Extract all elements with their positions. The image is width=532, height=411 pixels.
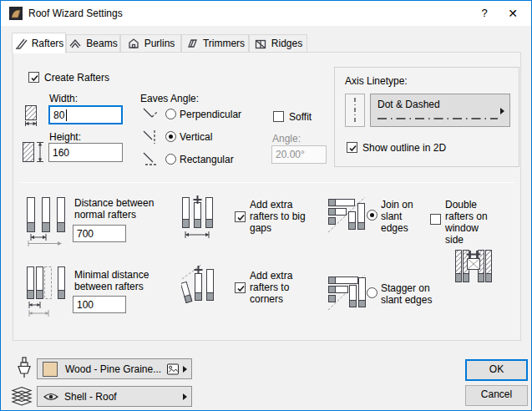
angle-input — [271, 145, 327, 164]
axis-linetype-label: Axis Linetype: — [345, 75, 408, 87]
eaves-perpendicular-radio[interactable] — [165, 109, 176, 119]
show-outline-label: Show outline in 2D — [362, 142, 446, 154]
tab-beams[interactable]: Beams — [66, 34, 120, 53]
ok-label: OK — [467, 361, 526, 378]
width-input[interactable] — [48, 105, 123, 124]
axis-line-preview-icon[interactable] — [345, 94, 365, 127]
big-gaps-checkbox[interactable] — [235, 211, 246, 222]
join-slant-label: Join on slant edges — [381, 199, 424, 234]
tab-label: Trimmers — [203, 38, 245, 49]
rafter-height-icon — [22, 141, 45, 164]
surface-material-value: Wood - Pine Graine... — [65, 363, 167, 375]
help-button[interactable]: ? — [471, 1, 498, 26]
join-slant-icon — [327, 196, 366, 233]
create-rafters-checkbox[interactable] — [28, 72, 39, 83]
tab-label: Ridges — [271, 38, 302, 49]
separator — [20, 182, 515, 183]
axis-linetype-value: Dot & Dashed — [377, 99, 440, 110]
axis-linetype-group: Axis Linetype: Dot & Dashed Show outline… — [334, 67, 519, 167]
width-label: Width: — [49, 93, 78, 104]
window-title: Roof Wizard Settings — [28, 8, 123, 19]
eaves-rectangular-label: Rectangular — [180, 154, 234, 165]
show-outline-checkbox[interactable] — [347, 142, 357, 153]
roof-wizard-dialog: Roof Wizard Settings ? ✕ Rafters Beams P… — [0, 0, 532, 411]
tab-ridges[interactable]: Ridges — [249, 34, 307, 53]
distance-normal-input[interactable] — [73, 225, 126, 242]
eaves-angle-label: Eaves Angle: — [140, 93, 199, 104]
stagger-slant-icon — [327, 274, 366, 311]
app-icon — [9, 7, 23, 20]
material-color-swatch — [43, 362, 58, 377]
layer-value: Shell - Roof — [64, 391, 183, 403]
tab-purlins[interactable]: Purlins — [120, 34, 181, 53]
eaves-vertical-label: Vertical — [180, 131, 212, 143]
eaves-rectangular-radio[interactable] — [165, 154, 176, 165]
trimmers-icon — [185, 37, 199, 50]
soffit-checkbox[interactable] — [273, 111, 284, 122]
rafters-tab-panel: Create Rafters Width: Height: Eaves Angl… — [13, 52, 521, 341]
tab-rafters[interactable]: Rafters — [12, 33, 66, 53]
surface-material-dropdown[interactable]: Wood - Pine Graine... — [37, 358, 192, 379]
tab-trimmers[interactable]: Trimmers — [181, 34, 249, 53]
extra-rafters-gaps-icon — [180, 195, 215, 241]
close-button[interactable]: ✕ — [499, 1, 526, 26]
double-rafters-checkbox[interactable] — [430, 214, 441, 225]
minimal-distance-input[interactable] — [73, 296, 126, 313]
layer-dropdown[interactable]: Shell - Roof — [37, 386, 192, 407]
ridges-icon — [254, 37, 267, 50]
dropdown-arrow-icon — [183, 393, 187, 400]
layer-stack-icon — [11, 385, 33, 407]
create-rafters-label: Create Rafters — [44, 72, 109, 84]
purlins-icon — [127, 37, 140, 50]
tab-label: Rafters — [32, 38, 64, 49]
big-gaps-label: Add extra rafters to big gaps — [250, 199, 322, 234]
dash-dot-line-preview — [377, 116, 498, 121]
dropdown-arrow-icon — [500, 108, 504, 114]
height-input[interactable] — [48, 143, 123, 162]
height-label: Height: — [49, 131, 81, 143]
text-cursor — [66, 109, 67, 121]
rafter-width-icon — [23, 104, 42, 128]
minimal-rafters-icon — [25, 266, 73, 319]
axis-linetype-dropdown[interactable]: Dot & Dashed — [370, 94, 510, 127]
rafters-icon — [14, 37, 28, 50]
tab-label: Purlins — [144, 38, 175, 49]
dropdown-arrow-icon — [183, 366, 187, 373]
eaves-perpendicular-icon — [141, 106, 161, 123]
soffit-label: Soffit — [289, 111, 312, 123]
double-rafters-label: Double rafters on window side — [445, 199, 499, 246]
corners-checkbox[interactable] — [235, 282, 246, 293]
corners-label: Add extra rafters to corners — [250, 270, 313, 305]
ok-button[interactable]: OK — [465, 359, 528, 381]
minimal-distance-label: Minimal distance between rafters — [74, 269, 168, 292]
stagger-slant-radio[interactable] — [367, 287, 377, 298]
eaves-rectangular-icon — [141, 151, 161, 168]
angle-label: Angle: — [272, 133, 301, 145]
double-rafters-window-icon — [454, 249, 493, 284]
eaves-vertical-radio[interactable] — [165, 131, 176, 142]
distance-normal-label: Distance between normal rafters — [74, 197, 173, 221]
texture-image-icon — [167, 363, 180, 375]
stagger-slant-label: Stagger on slant edges — [381, 282, 448, 306]
eaves-perpendicular-label: Perpendicular — [180, 109, 241, 120]
extra-rafters-corners-icon — [181, 263, 216, 312]
eaves-vertical-icon — [141, 129, 161, 145]
join-slant-radio[interactable] — [367, 210, 377, 221]
cancel-label: Cancel — [466, 386, 527, 403]
titlebar: Roof Wizard Settings ? ✕ — [1, 1, 531, 26]
cancel-button[interactable]: Cancel — [465, 385, 528, 406]
tab-label: Beams — [86, 38, 117, 49]
eye-icon — [43, 392, 58, 402]
normal-rafters-icon — [25, 196, 73, 246]
surface-paint-brush-icon — [16, 357, 33, 378]
beams-icon — [68, 37, 82, 50]
